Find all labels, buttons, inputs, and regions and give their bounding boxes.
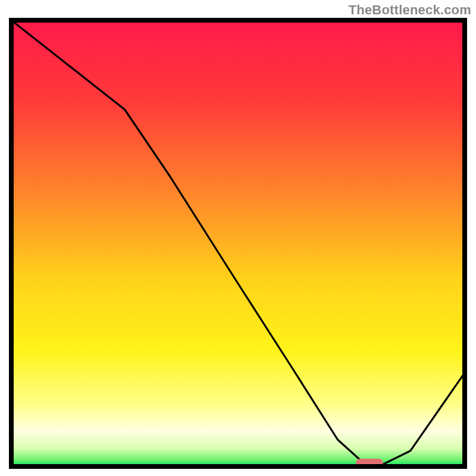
- plot-background: [11, 20, 465, 466]
- bottleneck-chart: [9, 18, 467, 469]
- watermark-text: TheBottleneck.com: [349, 2, 471, 18]
- chart-container: TheBottleneck.com: [0, 0, 476, 476]
